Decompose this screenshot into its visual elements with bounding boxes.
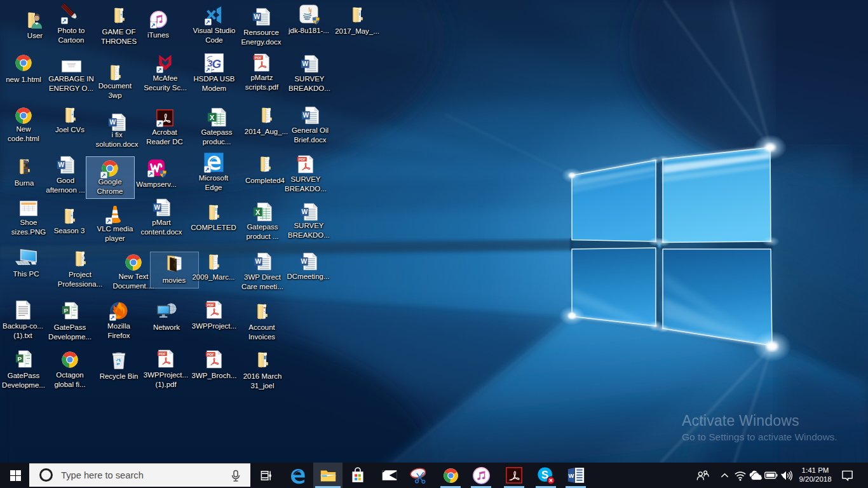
shortcut-arrow-icon: [156, 66, 163, 73]
icon-label: Wampserv...: [126, 180, 187, 189]
folder-disc-icon: [74, 250, 86, 267]
folder-papers-icon: [207, 254, 220, 270]
icon-label: SURVEYBREAKDO...: [279, 74, 340, 93]
word-icon: [299, 252, 318, 271]
desktop-icon-hsdpa-usb-modem[interactable]: HSDPA USBModem: [189, 53, 240, 72]
word-icon: [300, 202, 318, 222]
desktop-icon-account-invoices[interactable]: AccountInvoices: [236, 303, 287, 320]
excel-icon: [207, 107, 227, 127]
folder-docs-icon: [63, 208, 76, 224]
desktop-icon-microsoft-edge[interactable]: MicrosoftEdge: [188, 152, 239, 172]
desktop-icon-joel-cvs[interactable]: Joel CVs: [44, 107, 95, 123]
txt-icon: [15, 300, 31, 320]
vlc-icon: [105, 204, 125, 224]
desktop-icon-grid: UserPhoto toCartoonGAME OFTHRONESiTunesV…: [0, 0, 868, 463]
desktop-icon-new-1-html[interactable]: new 1.html: [0, 53, 49, 72]
folder-papers-icon: [259, 156, 271, 172]
shortcut-arrow-icon: [156, 120, 163, 127]
icon-label: ProjectProfessiona...: [50, 270, 111, 288]
edge-icon: [204, 152, 224, 172]
word-icon: [57, 155, 75, 175]
desktop-icon-pmart-content[interactable]: pMartcontent.docx: [136, 198, 187, 217]
folder-pdf-icon: [255, 303, 268, 320]
word-icon: [108, 112, 126, 132]
folder-docs-icon: [112, 7, 125, 24]
desktop-icon-mozilla-firefox[interactable]: MozillaFirefox: [93, 301, 144, 320]
desktop-icon-document-3wp[interactable]: Document3wp: [90, 64, 140, 81]
chrome-icon: [124, 253, 143, 272]
shortcut-arrow-icon: [205, 66, 212, 73]
desktop-icon-rensource-energy[interactable]: RensourceEnergy.docx: [236, 7, 287, 27]
watermark-title: Activate Windows: [682, 412, 837, 430]
desktop-icon-gatepass-product-xls[interactable]: Gatepassproduct ...: [237, 202, 288, 222]
shortcut-arrow-icon: [205, 18, 212, 25]
mcafee-icon: [156, 53, 174, 72]
msproject-icon: [15, 349, 32, 369]
desktop-icon-3wp-project-pdf[interactable]: 3WPProject...: [189, 300, 240, 320]
word-icon: [252, 7, 271, 27]
word-icon: [153, 198, 171, 217]
icon-label: DCmeeting...: [278, 272, 339, 281]
desktop-icon-2014-aug[interactable]: 2014_Aug_...: [241, 107, 292, 123]
desktop-icon-jdk-installer[interactable]: jdk-8u181-...: [283, 4, 334, 24]
desktop-icon-general-oil-brief[interactable]: General OilBrief.docx: [285, 105, 336, 125]
desktop-icon-dcmeeting[interactable]: DCmeeting...: [283, 252, 334, 271]
desktop-icon-completed[interactable]: COMPLETED: [188, 204, 239, 220]
tray-people-icon[interactable]: [694, 463, 712, 488]
chrome-icon: [60, 350, 79, 369]
desktop-icon-3wp-project-1-pdf[interactable]: 3WPProject...(1).pdf: [140, 349, 191, 369]
desktop-icon-3wp-direct-care[interactable]: 3WP DirectCare meeti...: [237, 252, 288, 271]
shortcut-arrow-icon: [61, 17, 68, 24]
desktop-icon-acrobat-reader-dc[interactable]: AcrobatReader DC: [139, 109, 190, 126]
folder-docs-icon: [351, 6, 363, 23]
desktop-icon-backup-co-txt[interactable]: Backup-co...(1).txt: [0, 300, 48, 320]
desktop-icon-gatepass-produc-xls[interactable]: Gatepassproduc...: [191, 107, 242, 127]
thispc-icon: [14, 248, 39, 267]
icon-label: SURVEYBREAKDO...: [275, 175, 336, 193]
desktop-icon-google-chrome[interactable]: GoogleChrome: [85, 159, 135, 178]
desktop-icon-2009-march[interactable]: 2009_Marc...: [188, 254, 239, 270]
desktop-icon-network[interactable]: Network: [141, 302, 192, 320]
desktop-icon-recycle-bin[interactable]: Recycle Bin: [93, 351, 144, 370]
desktop-icon-2017-may[interactable]: 2017_May_...: [332, 6, 383, 23]
acrobat-icon: [156, 109, 173, 126]
desktop-icon-gatepass-development-2[interactable]: GatePassDevelopme...: [0, 349, 49, 369]
desktop-icon-pmartz-scripts[interactable]: pMartzscripts.pdf: [236, 53, 287, 72]
desktop-icon-new-code-html[interactable]: Newcode.html: [0, 106, 49, 125]
desktop-icon-survey-breakdown-doc2[interactable]: SURVEYBREAKDO...: [283, 202, 334, 222]
desktop-icon-project-professional[interactable]: ProjectProfessiona...: [55, 250, 105, 267]
taskbar-clock[interactable]: 1:41 PM9/20/2018: [791, 466, 839, 484]
word-icon: [254, 252, 272, 271]
desktop-icon-itunes[interactable]: iTunes: [133, 11, 184, 28]
shortcut-arrow-icon: [204, 166, 211, 173]
desktop-icon-this-pc[interactable]: This PC: [1, 248, 51, 267]
desktop-icon-good-afternoon[interactable]: Goodafternoon ...: [40, 155, 91, 175]
firefox-icon: [109, 301, 128, 320]
tray-chevron-up-icon[interactable]: [715, 463, 733, 488]
desktop-icon-mcafee-security[interactable]: McAfeeSecurity Sc...: [140, 53, 191, 72]
desktop-icon-3wp-brochure[interactable]: 3WP_Broch...: [189, 349, 240, 369]
action-center-button[interactable]: [838, 463, 856, 488]
shortcut-arrow-icon: [109, 314, 116, 321]
system-tray: 1:41 PM9/20/2018: [0, 463, 868, 488]
desktop-icon-photo-to-cartoon[interactable]: Photo toCartoon: [46, 3, 97, 24]
desktop-icon-visual-studio-code[interactable]: Visual StudioCode: [189, 5, 240, 25]
folder-open-icon: [166, 254, 182, 272]
desktop-icon-survey-breakdown-pdf1[interactable]: SURVEYBREAKDO...: [280, 154, 331, 174]
icon-label: 2017_May_...: [327, 27, 388, 36]
desktop-icon-gatepass-development-1[interactable]: GatePassDevelopme...: [44, 301, 95, 320]
pdf-icon: [157, 349, 175, 369]
network-icon: [156, 302, 178, 320]
desktop-icon-wampserver[interactable]: Wampserv...: [131, 159, 182, 177]
taskbar: Type here to search 1:41 PM9/20/2018: [0, 463, 868, 488]
uac-shield-icon: [159, 170, 167, 178]
desktop-icon-survey-breakdown-doc1[interactable]: SURVEYBREAKDO...: [284, 54, 335, 74]
desktop-icon-2016-march-31[interactable]: 2016 March31_joel: [237, 351, 288, 368]
hsdpa-icon: [205, 53, 224, 72]
desktop-icon-season-3[interactable]: Season 3: [44, 208, 95, 224]
excel-icon: [253, 202, 273, 222]
image-icon: [62, 60, 81, 72]
desktop-icon-octagon-global[interactable]: Octagonglobal fi...: [44, 350, 95, 369]
vscode-icon: [205, 5, 224, 25]
desktop-icon-garbage-in-energy[interactable]: GARBAGE INENERGY O...: [46, 60, 97, 72]
